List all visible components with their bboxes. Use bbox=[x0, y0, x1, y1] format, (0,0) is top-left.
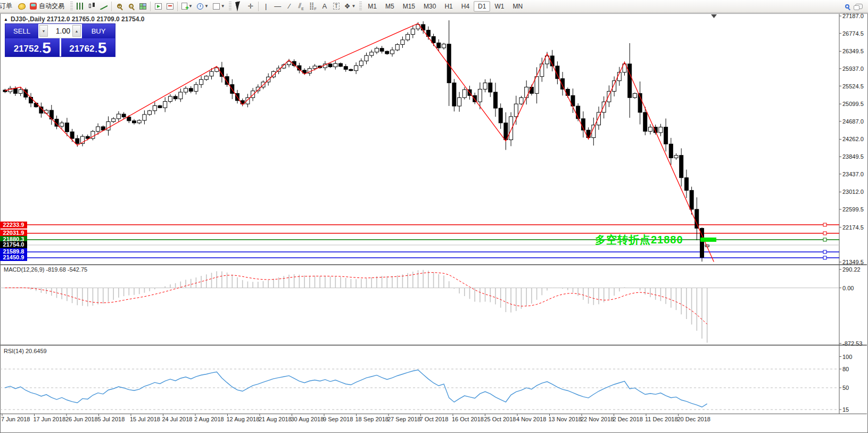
collapse-panel-icon[interactable]: ▲ bbox=[4, 17, 8, 22]
timeframe-button-mn[interactable]: MN bbox=[508, 1, 527, 12]
crosshair-button[interactable]: ✛ bbox=[245, 1, 257, 12]
mt4-window: 订单 自动交易 + - ▼ ▼ ▼ ✛ | bbox=[0, 0, 868, 433]
toolbar-separator bbox=[111, 2, 112, 11]
line-chart-icon bbox=[100, 3, 108, 10]
arrows-icon: ❖ bbox=[344, 2, 351, 10]
chevron-down-icon: ▼ bbox=[221, 4, 225, 9]
chart-window[interactable]: ▲ DJ30-,Daily 21712.0 21765.0 21709.0 21… bbox=[0, 13, 868, 433]
timeframe-button-h4[interactable]: H4 bbox=[457, 1, 474, 12]
auto-scroll-button[interactable] bbox=[152, 1, 164, 12]
buy-price-frac: 5 bbox=[98, 40, 107, 56]
horizontal-line-icon: — bbox=[274, 2, 281, 10]
autotrade-button[interactable]: 自动交易 bbox=[28, 1, 69, 12]
one-click-trading-panel: SELL ▼ 1.00 ▲ BUY 21752 . 5 21762 . 5 bbox=[5, 23, 115, 57]
chat-button[interactable] bbox=[853, 1, 865, 12]
toolbar-separator bbox=[177, 2, 178, 11]
buy-price-dot: . bbox=[95, 43, 97, 56]
volume-increase-button[interactable]: ▲ bbox=[72, 25, 81, 37]
sell-button[interactable]: SELL bbox=[5, 24, 38, 38]
volume-spinner: ▼ 1.00 ▲ bbox=[38, 24, 82, 38]
sell-price-button[interactable]: 21752 . 5 bbox=[5, 38, 60, 56]
timeframe-button-m15[interactable]: M15 bbox=[399, 1, 419, 12]
zoom-in-icon: + bbox=[117, 4, 122, 9]
timeframe-button-w1[interactable]: W1 bbox=[490, 1, 508, 12]
templates-icon bbox=[213, 3, 220, 10]
zoom-in-button[interactable]: + bbox=[113, 1, 125, 12]
sell-price-dot: . bbox=[39, 43, 42, 56]
volume-decrease-button[interactable]: ▼ bbox=[39, 25, 48, 37]
chat-icon bbox=[855, 4, 863, 9]
timeframe-button-h1[interactable]: H1 bbox=[440, 1, 457, 12]
cursor-button[interactable] bbox=[233, 1, 245, 12]
candlestick-chart-icon bbox=[88, 3, 96, 10]
arrows-button[interactable]: ❖▼ bbox=[342, 1, 358, 12]
zoom-out-button[interactable]: - bbox=[125, 1, 137, 12]
orders-label: 订单 bbox=[0, 2, 14, 11]
text-label-icon: T bbox=[333, 3, 340, 10]
toolbar-grip bbox=[359, 2, 362, 11]
new-order-icon bbox=[18, 2, 27, 10]
zoom-out-icon: - bbox=[129, 4, 134, 9]
vertical-line-icon: | bbox=[265, 2, 267, 10]
periods-icon bbox=[197, 3, 203, 10]
chart-shift-icon bbox=[167, 3, 173, 10]
text-button[interactable]: A bbox=[319, 1, 330, 12]
buy-price-button[interactable]: 21762 . 5 bbox=[61, 38, 115, 56]
timeframe-button-d1[interactable]: D1 bbox=[474, 1, 490, 12]
volume-input[interactable]: 1.00 bbox=[49, 24, 71, 38]
text-icon: A bbox=[322, 2, 327, 10]
autotrade-icon bbox=[30, 3, 37, 10]
symbol-ohlc-title: DJ30-,Daily 21712.0 21765.0 21709.0 2175… bbox=[11, 15, 145, 23]
timeframe-toolbar: M1M5M15M30H1H4D1W1MN bbox=[363, 1, 527, 12]
buy-button[interactable]: BUY bbox=[82, 24, 115, 38]
search-icon bbox=[845, 4, 849, 9]
buy-price-main: 21762 bbox=[69, 42, 94, 56]
vertical-line-button[interactable]: | bbox=[260, 1, 272, 12]
bar-chart-icon bbox=[77, 3, 84, 10]
toolbar-grip bbox=[229, 2, 232, 11]
fibonacci-button[interactable]: ⣿F bbox=[307, 1, 319, 12]
chart-title[interactable]: ▲ DJ30-,Daily 21712.0 21765.0 21709.0 21… bbox=[4, 15, 144, 23]
crosshair-icon: ✛ bbox=[247, 2, 253, 10]
horizontal-line-button[interactable]: — bbox=[272, 1, 284, 12]
main-toolbar: 订单 自动交易 + - ▼ ▼ ▼ ✛ | bbox=[0, 0, 868, 13]
timeframe-button-m1[interactable]: M1 bbox=[363, 1, 381, 12]
chart-shift-button[interactable] bbox=[164, 1, 176, 12]
trendline-button[interactable]: ∕ bbox=[284, 1, 295, 12]
cursor-icon bbox=[235, 1, 242, 11]
chevron-down-icon: ▼ bbox=[188, 4, 193, 9]
search-button[interactable] bbox=[841, 1, 853, 12]
indicators-button[interactable]: ▼ bbox=[179, 1, 195, 12]
trendline-icon: ∕ bbox=[289, 2, 290, 10]
sell-price-main: 21752 bbox=[14, 42, 39, 56]
fibonacci-icon: ⣿F bbox=[309, 2, 317, 11]
candlestick-chart-button[interactable] bbox=[86, 1, 98, 12]
chevron-down-icon: ▼ bbox=[351, 4, 356, 9]
tile-windows-icon bbox=[139, 3, 146, 10]
chevron-down-icon: ▼ bbox=[204, 4, 209, 9]
bar-chart-button[interactable] bbox=[75, 1, 86, 12]
periods-button[interactable]: ▼ bbox=[195, 1, 211, 12]
equidistant-channel-icon: ⫽E bbox=[299, 2, 304, 11]
indicators-icon bbox=[181, 3, 187, 10]
autotrade-label: 自动交易 bbox=[37, 2, 67, 11]
templates-button[interactable]: ▼ bbox=[211, 1, 227, 12]
channel-button[interactable]: ⫽E bbox=[295, 1, 307, 12]
tile-windows-button[interactable] bbox=[137, 1, 148, 12]
timeframe-button-m30[interactable]: M30 bbox=[419, 1, 440, 12]
orders-button[interactable]: 订单 bbox=[0, 1, 16, 12]
toolbar-separator bbox=[150, 2, 151, 11]
toolbar-separator bbox=[258, 2, 259, 11]
text-label-button[interactable]: T bbox=[330, 1, 342, 12]
toolbar-grip bbox=[70, 2, 73, 11]
line-chart-button[interactable] bbox=[98, 1, 110, 12]
sell-price-frac: 5 bbox=[42, 40, 51, 56]
auto-scroll-icon bbox=[155, 3, 162, 10]
new-order-button[interactable] bbox=[16, 1, 28, 12]
timeframe-button-m5[interactable]: M5 bbox=[381, 1, 399, 12]
